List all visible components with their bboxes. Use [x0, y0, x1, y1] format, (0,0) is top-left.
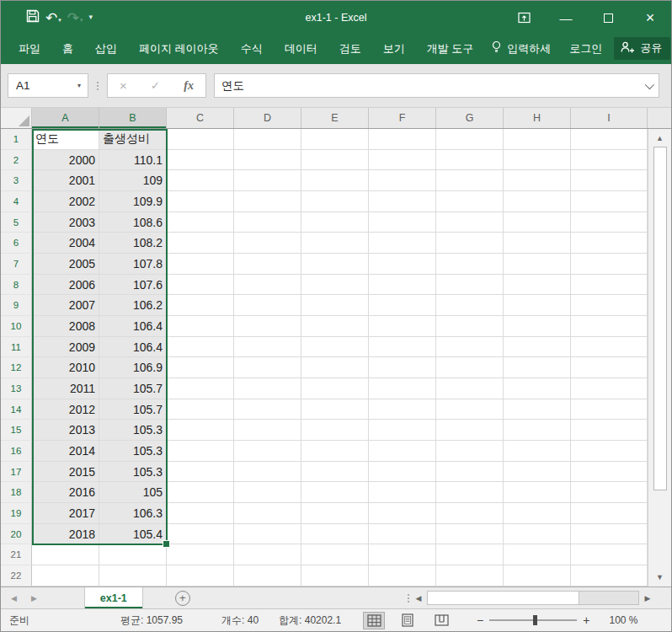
cell-E12[interactable]	[301, 357, 369, 378]
column-header-D[interactable]: D	[234, 108, 301, 128]
menu-tab-7[interactable]: 보기	[372, 41, 416, 56]
cell-D8[interactable]	[234, 275, 301, 296]
cell-B12[interactable]: 106.9	[99, 357, 167, 378]
cell-G11[interactable]	[436, 337, 504, 358]
cell-H6[interactable]	[504, 233, 571, 254]
vertical-scrollbar-thumb[interactable]	[653, 147, 667, 490]
row-header-20[interactable]: 20	[1, 524, 32, 545]
cell-F4[interactable]	[369, 191, 436, 212]
cell-C22[interactable]	[167, 565, 234, 586]
formula-bar-resize-handle[interactable]	[96, 82, 99, 90]
cell-H11[interactable]	[504, 337, 571, 358]
cell-E8[interactable]	[301, 275, 369, 296]
cell-G8[interactable]	[436, 275, 504, 296]
cell-D3[interactable]	[234, 170, 301, 191]
cell-A7[interactable]: 2005	[32, 254, 99, 275]
formula-content[interactable]: 연도	[221, 78, 645, 94]
row-header-7[interactable]: 7	[1, 254, 32, 275]
cell-G21[interactable]	[436, 544, 504, 565]
cell-C16[interactable]	[167, 441, 234, 462]
cell-B15[interactable]: 105.3	[99, 420, 167, 441]
cell-C10[interactable]	[167, 316, 234, 337]
ribbon-display-options-button[interactable]	[503, 1, 545, 35]
horizontal-scrollbar-thumb[interactable]	[428, 592, 579, 604]
cell-B21[interactable]	[99, 544, 167, 565]
insert-function-icon[interactable]: fx	[184, 79, 194, 93]
undo-dropdown[interactable]: ▾	[58, 17, 61, 25]
cell-H15[interactable]	[504, 420, 571, 441]
cell-A13[interactable]: 2011	[32, 378, 99, 399]
menu-tab-1[interactable]: 홈	[51, 41, 84, 56]
cell-A4[interactable]: 2002	[32, 191, 99, 212]
cell-G3[interactable]	[436, 170, 504, 191]
customize-qat-button[interactable]: ▾	[89, 13, 93, 23]
cell-C3[interactable]	[167, 170, 234, 191]
cell-I22[interactable]	[571, 565, 648, 586]
scroll-down-icon[interactable]: ▼	[656, 570, 664, 584]
cell-B9[interactable]: 106.2	[99, 295, 167, 316]
cell-G9[interactable]	[436, 295, 504, 316]
cell-I10[interactable]	[571, 316, 648, 337]
cell-F2[interactable]	[369, 150, 436, 171]
row-header-21[interactable]: 21	[1, 544, 32, 565]
cell-D20[interactable]	[234, 524, 301, 545]
cell-I19[interactable]	[571, 503, 648, 524]
cell-A16[interactable]: 2014	[32, 441, 99, 462]
column-header-I[interactable]: I	[571, 108, 648, 128]
cell-D4[interactable]	[234, 191, 301, 212]
cell-I9[interactable]	[571, 295, 648, 316]
cell-A20[interactable]: 2018	[32, 524, 99, 545]
row-header-3[interactable]: 3	[1, 170, 32, 191]
cell-G20[interactable]	[436, 524, 504, 545]
cancel-icon[interactable]: ×	[120, 78, 127, 93]
page-break-preview-button[interactable]	[430, 612, 452, 629]
cell-E16[interactable]	[301, 441, 369, 462]
vertical-scrollbar[interactable]: ▲ ▼	[648, 129, 671, 586]
login-button[interactable]: 로그인	[561, 41, 611, 56]
cell-D2[interactable]	[234, 150, 301, 171]
column-header-E[interactable]: E	[301, 108, 369, 128]
cell-D5[interactable]	[234, 212, 301, 233]
cell-D14[interactable]	[234, 399, 301, 420]
cell-H2[interactable]	[504, 150, 571, 171]
cell-I6[interactable]	[571, 233, 648, 254]
cell-F3[interactable]	[369, 170, 436, 191]
cell-G5[interactable]	[436, 212, 504, 233]
cell-B8[interactable]: 107.6	[99, 275, 167, 296]
cell-B4[interactable]: 109.9	[99, 191, 167, 212]
cell-F16[interactable]	[369, 441, 436, 462]
cell-A14[interactable]: 2012	[32, 399, 99, 420]
cell-B1[interactable]: 출생성비	[99, 129, 167, 150]
cell-E10[interactable]	[301, 316, 369, 337]
cell-F14[interactable]	[369, 399, 436, 420]
cell-G19[interactable]	[436, 503, 504, 524]
select-all-corner[interactable]	[1, 108, 32, 128]
cell-G17[interactable]	[436, 462, 504, 483]
row-header-19[interactable]: 19	[1, 503, 32, 524]
cell-A12[interactable]: 2010	[32, 357, 99, 378]
cell-I12[interactable]	[571, 357, 648, 378]
cell-G12[interactable]	[436, 357, 504, 378]
cell-A19[interactable]: 2017	[32, 503, 99, 524]
column-header-A[interactable]: A	[32, 108, 99, 128]
cell-C17[interactable]	[167, 462, 234, 483]
cell-B16[interactable]: 105.3	[99, 441, 167, 462]
name-box-value[interactable]: A1	[8, 79, 71, 92]
cell-D12[interactable]	[234, 357, 301, 378]
cell-I4[interactable]	[571, 191, 648, 212]
cell-B10[interactable]: 106.4	[99, 316, 167, 337]
cell-H18[interactable]	[504, 482, 571, 503]
cell-A1[interactable]: 연도	[32, 129, 99, 150]
cell-C5[interactable]	[167, 212, 234, 233]
cell-F6[interactable]	[369, 233, 436, 254]
sheet-nav-left-icon[interactable]: ◀	[11, 594, 17, 603]
row-header-9[interactable]: 9	[1, 295, 32, 316]
row-header-2[interactable]: 2	[1, 150, 32, 171]
cell-C9[interactable]	[167, 295, 234, 316]
cell-G6[interactable]	[436, 233, 504, 254]
cell-E14[interactable]	[301, 399, 369, 420]
cell-E4[interactable]	[301, 191, 369, 212]
row-header-14[interactable]: 14	[1, 399, 32, 420]
menu-tab-8[interactable]: 개발 도구	[416, 41, 485, 56]
zoom-in-button[interactable]: +	[577, 613, 595, 627]
